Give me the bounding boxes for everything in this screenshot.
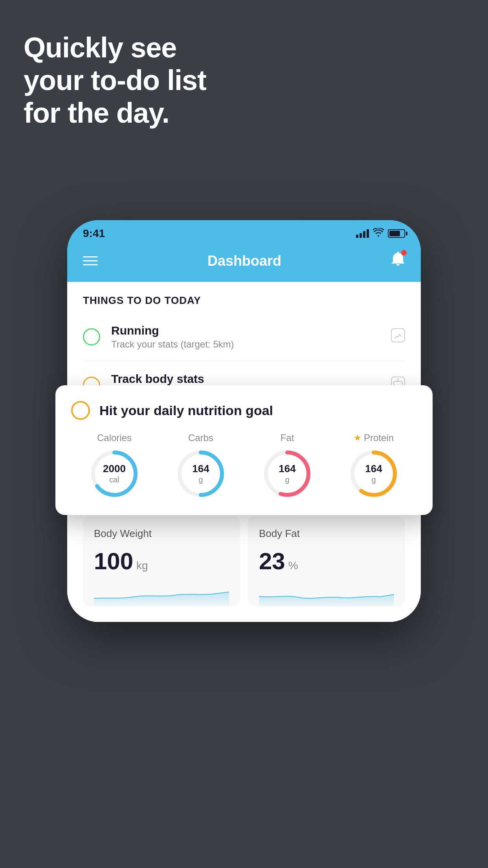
fat-number: 23 [259, 548, 285, 575]
svg-point-4 [397, 379, 399, 380]
notification-dot [401, 250, 407, 256]
menu-button[interactable] [83, 256, 98, 265]
things-to-do-header: THINGS TO DO TODAY [67, 282, 421, 313]
nav-title: Dashboard [207, 253, 281, 269]
list-item[interactable]: Running Track your stats (target: 5km) [83, 313, 405, 361]
card-value: 23 % [259, 548, 394, 575]
status-bar: 9:41 [67, 220, 421, 244]
running-icon [391, 328, 405, 346]
card-title: Body Fat [259, 528, 394, 540]
notification-button[interactable] [391, 252, 405, 270]
fat-label: Fat [281, 432, 294, 443]
todo-checkbox[interactable] [83, 328, 100, 346]
protein-label: ★ Protein [354, 432, 394, 443]
card-header: Hit your daily nutrition goal [71, 401, 417, 420]
nutrition-title: Hit your daily nutrition goal [99, 403, 273, 418]
body-weight-card[interactable]: Body Weight 100 kg [83, 516, 240, 606]
nutrition-rings: Calories 2000 cal Carbs [71, 432, 417, 499]
nav-bar: Dashboard [67, 244, 421, 282]
fat-value: 164 [279, 463, 295, 475]
protein-unit: g [365, 475, 382, 485]
status-time: 9:41 [83, 227, 105, 240]
carbs-value: 164 [192, 463, 209, 475]
fat-unit: % [288, 559, 298, 572]
card-title: Body Weight [94, 528, 229, 540]
body-fat-card[interactable]: Body Fat 23 % [248, 516, 405, 606]
calories-value: 2000 [103, 463, 126, 475]
carbs-label: Carbs [188, 432, 213, 443]
nutrition-indicator [71, 401, 90, 420]
fat-chart [259, 583, 394, 606]
fat-ring-item: Fat 164 g [262, 432, 313, 499]
calories-unit: cal [103, 475, 126, 485]
status-icons [356, 228, 405, 239]
carbs-ring-item: Carbs 164 g [175, 432, 226, 499]
battery-icon [388, 229, 405, 238]
wifi-icon [373, 228, 384, 239]
todo-subtitle: Track your stats (target: 5km) [111, 339, 380, 350]
protein-ring-item: ★ Protein 164 g [348, 432, 399, 499]
hero-text: Quickly see your to-do list for the day. [24, 31, 206, 129]
calories-label: Calories [97, 432, 132, 443]
weight-number: 100 [94, 548, 133, 575]
calories-ring: 2000 cal [89, 448, 140, 499]
carbs-unit: g [192, 475, 209, 485]
card-value: 100 kg [94, 548, 229, 575]
carbs-ring: 164 g [175, 448, 226, 499]
star-icon: ★ [354, 433, 361, 443]
todo-title: Track body stats [111, 372, 380, 386]
signal-icon [356, 229, 369, 238]
todo-title: Running [111, 324, 380, 337]
protein-value: 164 [365, 463, 382, 475]
weight-unit: kg [136, 559, 148, 572]
protein-ring: 164 g [348, 448, 399, 499]
svg-rect-0 [391, 329, 405, 342]
fat-unit: g [279, 475, 295, 485]
nutrition-card: Hit your daily nutrition goal Calories 2… [55, 385, 433, 515]
todo-text: Running Track your stats (target: 5km) [111, 324, 380, 350]
weight-chart [94, 583, 229, 606]
progress-cards: Body Weight 100 kg [83, 516, 405, 606]
calories-ring-item: Calories 2000 cal [89, 432, 140, 499]
fat-ring: 164 g [262, 448, 313, 499]
